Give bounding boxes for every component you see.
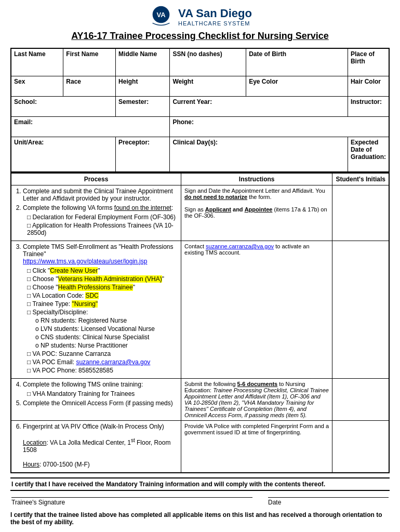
weight-value[interactable] — [172, 85, 243, 95]
ssn-value[interactable] — [172, 58, 243, 67]
dob-label: Date of Birth — [249, 50, 345, 58]
list-item: VHA Mandatory Training for Trainees — [27, 390, 178, 397]
current-year-value[interactable] — [172, 105, 345, 115]
trainee-date-label: Date — [268, 499, 389, 506]
logo-area: VA VA San Diego HEALTHCARE SYSTEM — [148, 5, 252, 29]
sex-value[interactable] — [14, 85, 60, 95]
certify-section-1: I certify that I have received the Manda… — [10, 477, 390, 491]
instructions-4-5: Submit the following 5-6 documents to Nu… — [181, 379, 332, 421]
clinical-days-value[interactable] — [172, 146, 345, 155]
preceptor-cell: Preceptor: — [116, 137, 170, 172]
unit-area-label: Unit/Area: — [14, 139, 113, 146]
pob-value[interactable] — [351, 65, 386, 74]
docs-bold: 5-6 documents — [237, 381, 278, 387]
create-user-highlight: Create New User — [50, 267, 98, 274]
sig-line-1: Trainee's Signature Date — [11, 497, 389, 506]
preceptor-value[interactable] — [118, 146, 167, 155]
semester-cell: Semester: — [116, 97, 170, 117]
trainee-date-block: Date — [268, 497, 389, 506]
unit-area-value[interactable] — [14, 146, 113, 155]
process-item-6: Fingerprint at VA PIV Office (Walk-In Pr… — [11, 421, 181, 473]
list-item: Specialty/Discipline: RN students: Regis… — [27, 309, 178, 349]
list-item: Complete and submit the Clinical Trainee… — [23, 188, 178, 202]
expected-grad-cell: Expected Date ofGraduation: — [348, 137, 389, 172]
svg-text:VA: VA — [156, 11, 166, 19]
instructor-value[interactable] — [351, 105, 386, 115]
page-header: VA VA San Diego HEALTHCARE SYSTEM AY16-1… — [10, 5, 390, 45]
tms-training-list: VHA Mandatory Training for Trainees — [23, 390, 178, 397]
height-label: Height — [118, 78, 167, 85]
list-item: Complete TMS Self-Enrollment as "Health … — [23, 243, 178, 374]
instructions-3: Contact suzanne.carranza@va.gov to activ… — [181, 241, 332, 379]
table-row: Fingerprint at VA PIV Office (Walk-In Pr… — [11, 421, 389, 473]
ssn-label: SSN (no dashes) — [172, 50, 243, 58]
name-row: Last Name First Name Middle Name SSN (no… — [11, 48, 389, 76]
dob-value[interactable] — [249, 58, 345, 67]
list-item: Trainee Type: "Nursing" — [27, 300, 178, 308]
form-top-table: Last Name First Name Middle Name SSN (no… — [10, 48, 390, 172]
org-name: VA San Diego — [178, 7, 252, 20]
page-title: AY16-17 Trainee Processing Checklist for… — [71, 31, 329, 42]
tms-url-link[interactable]: https://www.tms.va.gov/plateau/user/logi… — [23, 258, 147, 265]
semester-label: Semester: — [118, 98, 167, 105]
list-item: Fingerprint at VA PIV Office (Walk-In Pr… — [23, 423, 178, 468]
eye-color-value[interactable] — [249, 85, 345, 95]
list-item: VA POC Email: suzanne.carranza@va.gov — [27, 358, 178, 366]
phone-label: Phone: — [172, 118, 386, 126]
last-name-value[interactable] — [14, 58, 60, 67]
list-item: Click "Create New User" — [27, 267, 178, 274]
email-value[interactable] — [14, 126, 167, 135]
demographics-row: Sex Race Height Weight Eye Color Hair Co… — [11, 76, 389, 97]
email-cell: Email: — [11, 117, 170, 137]
list-item: RN students: Registered Nurse — [35, 317, 178, 324]
school-value[interactable] — [14, 105, 113, 115]
instruction-1: Sign and Date the Appointment Letter and… — [184, 188, 329, 200]
pob-cell: Place of Birth — [348, 48, 389, 76]
trainee-date-rule — [268, 497, 389, 498]
middle-name-value[interactable] — [118, 58, 167, 67]
location-label: Location — [23, 439, 46, 446]
table-header-row: Process Instructions Student's Initials — [11, 173, 389, 185]
race-value[interactable] — [66, 85, 113, 95]
clinical-days-cell: Clinical Day(s): — [170, 137, 348, 172]
contact-row: Email: Phone: — [11, 117, 389, 137]
height-value[interactable] — [118, 85, 167, 95]
semester-value[interactable] — [118, 105, 167, 115]
phone-value[interactable] — [172, 126, 386, 135]
race-label: Race — [66, 78, 113, 85]
process-table: Process Instructions Student's Initials … — [10, 172, 390, 473]
eye-color-cell: Eye Color — [246, 76, 348, 97]
applicant-text: Applicant — [205, 206, 231, 212]
poc-email-link[interactable]: suzanne.carranza@va.gov — [76, 358, 150, 366]
contact-email-link[interactable]: suzanne.carranza@va.gov — [206, 243, 274, 249]
dob-cell: Date of Birth — [246, 48, 348, 76]
notarize-text: do not need to notarize — [184, 194, 247, 200]
hair-color-value[interactable] — [351, 85, 386, 95]
first-name-label: First Name — [66, 50, 113, 58]
last-name-label: Last Name — [14, 50, 60, 58]
trainee-sig-rule — [11, 497, 252, 498]
middle-name-cell: Middle Name — [116, 48, 170, 76]
phone-cell: Phone: — [170, 117, 389, 137]
instructions-6: Provide VA Police with completed Fingerp… — [181, 421, 332, 473]
current-year-label: Current Year: — [172, 98, 345, 105]
email-label: Email: — [14, 118, 167, 126]
nursing-highlight: "Nursing" — [72, 300, 98, 308]
expected-grad-value[interactable] — [351, 161, 386, 170]
internet-underline: found on the internet — [114, 204, 171, 211]
eye-color-label: Eye Color — [249, 78, 345, 85]
list-item: VA Location Code: SDC — [27, 292, 178, 299]
initials-4-5[interactable] — [332, 379, 389, 421]
hair-color-cell: Hair Color — [348, 76, 389, 97]
instructor-cell: Instructor: — [348, 97, 389, 117]
initials-3[interactable] — [332, 241, 389, 379]
initials-6[interactable] — [332, 421, 389, 473]
tms-steps: Click "Create New User" Choose "Veterans… — [23, 267, 178, 374]
first-name-cell: First Name — [63, 48, 116, 76]
school-cell: School: — [11, 97, 116, 117]
initials-1-2[interactable] — [332, 185, 389, 241]
first-name-value[interactable] — [66, 58, 113, 67]
certify1-text: I certify that I have received the Manda… — [11, 481, 325, 488]
list-item: Complete the following VA forms found on… — [23, 204, 178, 236]
school-row: School: Semester: Current Year: Instruct… — [11, 97, 389, 117]
